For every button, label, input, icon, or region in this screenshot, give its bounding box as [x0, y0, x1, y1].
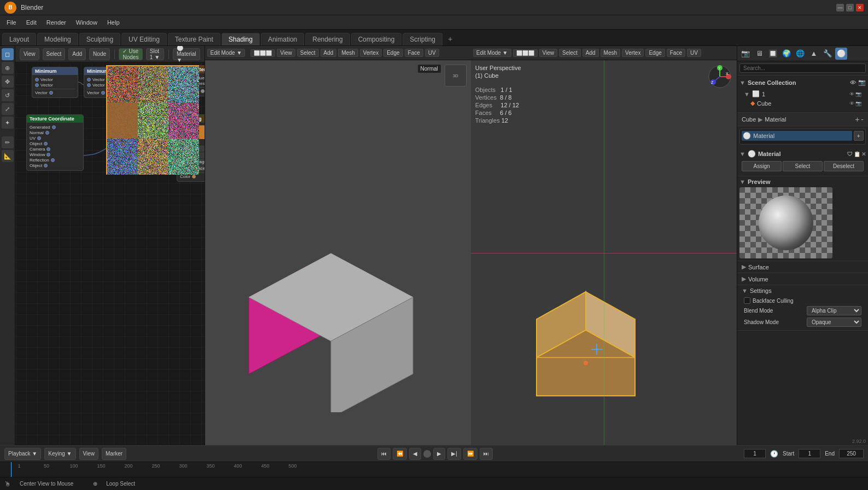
maximize-btn[interactable]: □: [846, 4, 854, 11]
scene-item-cube[interactable]: ◆ Cube 👁 📷: [742, 99, 864, 108]
material-type-btn[interactable]: ⚪ Material ▼: [173, 48, 200, 60]
tab-modeling[interactable]: Modeling: [37, 33, 78, 45]
vr-vertex-btn[interactable]: Vertex: [622, 49, 644, 57]
annotate-tool-icon[interactable]: ✏: [2, 136, 14, 148]
measure-tool-icon[interactable]: 📐: [2, 150, 14, 162]
node-select-btn[interactable]: Select: [43, 48, 66, 60]
vl-view-btn[interactable]: View: [277, 49, 295, 57]
menu-render[interactable]: Render: [42, 18, 71, 27]
tab-texture-paint[interactable]: Texture Paint: [168, 33, 220, 45]
node-add-btn[interactable]: Add: [68, 48, 86, 60]
slot-btn[interactable]: Slot 1 ▼: [146, 48, 164, 60]
tab-animation[interactable]: Animation: [261, 33, 304, 45]
tab-shading[interactable]: Shading: [222, 33, 260, 45]
tab-uv-editing[interactable]: UV Editing: [121, 33, 167, 45]
pb-next-frame-btn[interactable]: ▶|: [447, 448, 461, 460]
menu-window[interactable]: Window: [72, 18, 102, 27]
pb-next-btn[interactable]: ⏩: [463, 448, 477, 460]
node-view-btn[interactable]: View: [20, 48, 39, 60]
preview-section-header[interactable]: ▼ Preview: [739, 178, 866, 185]
vl-mesh-icons[interactable]: ⬜⬜⬜: [251, 49, 275, 57]
cursor-tool-icon[interactable]: ⊕: [2, 62, 14, 74]
viewport-right-canvas[interactable]: User Perspective (1) Cube Objects 1 / 1 …: [471, 60, 737, 445]
vr-add-btn[interactable]: Add: [582, 49, 599, 57]
frame-current-input[interactable]: [744, 449, 766, 458]
vr-mesh-icons[interactable]: ⬜⬜⬜: [513, 49, 538, 57]
props-object-icon[interactable]: ▲: [808, 48, 820, 60]
vr-select-btn[interactable]: Select: [559, 49, 581, 57]
menu-help[interactable]: Help: [103, 18, 124, 27]
vl-uv-btn[interactable]: UV: [425, 49, 439, 57]
tl-marker-btn[interactable]: Marker: [102, 448, 126, 460]
menu-edit[interactable]: Edit: [22, 18, 41, 27]
move-tool-icon[interactable]: ✥: [2, 76, 14, 88]
axis-gizmo[interactable]: X Y Z: [708, 65, 732, 89]
tab-compositing[interactable]: Compositing: [351, 33, 402, 45]
viewport-left-canvas[interactable]: 3D Normal: [205, 60, 471, 445]
pb-end-btn[interactable]: ⏭: [480, 448, 493, 460]
vr-edge-btn[interactable]: Edge: [645, 49, 665, 57]
vr-mesh-btn[interactable]: Mesh: [601, 49, 620, 57]
breadcrumb-cube[interactable]: Cube: [742, 116, 756, 123]
backface-culling-checkbox[interactable]: [744, 297, 750, 304]
node-tex-coord[interactable]: Texture Coordinate Generated Normal UV O…: [26, 114, 84, 171]
vr-uv-btn[interactable]: UV: [687, 49, 701, 57]
shadow-mode-select[interactable]: Opaque None Alpha Clip Alpha Hashed: [807, 318, 861, 327]
scene-visibility-icon[interactable]: 👁: [850, 79, 856, 86]
mat-shield-icon[interactable]: 🛡: [847, 151, 853, 157]
props-world-icon[interactable]: 🌐: [794, 48, 806, 60]
mat-copy-icon[interactable]: 📋: [854, 151, 860, 157]
surface-label[interactable]: Surface: [748, 264, 769, 270]
vr-view-btn[interactable]: View: [539, 49, 558, 57]
vl-add-btn[interactable]: Add: [321, 49, 337, 57]
breadcrumb-mat[interactable]: Material: [765, 116, 786, 123]
vl-vertex-btn[interactable]: Vertex: [360, 49, 382, 57]
keying-btn[interactable]: Keying ▼: [44, 448, 75, 460]
minimize-btn[interactable]: —: [836, 4, 844, 11]
scale-tool-icon[interactable]: ⤢: [2, 103, 14, 115]
vl-select-btn[interactable]: Select: [297, 49, 319, 57]
vl-face-btn[interactable]: Face: [405, 49, 423, 57]
scene-render-icon[interactable]: 📷: [858, 79, 866, 86]
material-list-item[interactable]: ⚪ Material: [742, 131, 852, 141]
use-nodes-btn[interactable]: ✓ Use Nodes: [119, 48, 142, 60]
mat-remove-btn[interactable]: -: [861, 115, 864, 124]
close-btn[interactable]: ✕: [856, 4, 864, 11]
pb-prev-frame-btn[interactable]: ◀: [409, 448, 421, 460]
props-render-icon[interactable]: 📷: [739, 48, 752, 60]
vl-edge-btn[interactable]: Edge: [383, 49, 403, 57]
end-val-input[interactable]: [839, 449, 864, 458]
transform-tool-icon[interactable]: ✦: [2, 117, 14, 129]
mat-add-btn[interactable]: +: [855, 115, 859, 124]
tab-add[interactable]: +: [444, 32, 457, 45]
props-scene-icon[interactable]: 🌍: [780, 48, 793, 60]
volume-label[interactable]: Volume: [748, 276, 768, 283]
playback-btn[interactable]: Playback ▼: [4, 448, 41, 460]
tab-layout[interactable]: Layout: [2, 33, 36, 45]
tab-sculpting[interactable]: Sculpting: [79, 33, 120, 45]
pb-prev-btn[interactable]: ⏪: [393, 448, 407, 460]
mat-select-btn[interactable]: Select: [783, 161, 823, 171]
pb-start-btn[interactable]: ⏮: [377, 448, 391, 460]
props-search-input[interactable]: [739, 64, 866, 73]
start-val-input[interactable]: [799, 449, 820, 458]
viewport-nav-cube[interactable]: 3D: [445, 65, 467, 87]
node-node-btn[interactable]: Node: [89, 48, 110, 60]
vl-mode-btn[interactable]: Edit Mode ▼: [207, 49, 246, 57]
mat-assign-btn[interactable]: Assign: [742, 161, 782, 171]
mat-close-icon[interactable]: ✕: [861, 151, 866, 157]
props-output-icon[interactable]: 🖥: [753, 48, 765, 60]
select-tool-icon[interactable]: ◻: [2, 48, 14, 60]
mat-deselect-btn[interactable]: Deselect: [824, 161, 864, 171]
rotate-tool-icon[interactable]: ↺: [2, 89, 14, 101]
props-material-icon[interactable]: ⚪: [835, 48, 847, 60]
props-modifier-icon[interactable]: 🔧: [822, 48, 834, 60]
scene-item-1[interactable]: ▼ ⬜ 1 👁 📷: [742, 89, 864, 99]
menu-file[interactable]: File: [2, 18, 21, 27]
tab-scripting[interactable]: Scripting: [403, 33, 442, 45]
tab-rendering[interactable]: Rendering: [305, 33, 349, 45]
pb-record-btn[interactable]: [423, 450, 431, 458]
vl-mesh-btn[interactable]: Mesh: [338, 49, 358, 57]
node-minimum1[interactable]: Minimum Vector Vector Vector: [32, 67, 78, 98]
vr-mode-btn[interactable]: Edit Mode ▼: [473, 49, 511, 57]
